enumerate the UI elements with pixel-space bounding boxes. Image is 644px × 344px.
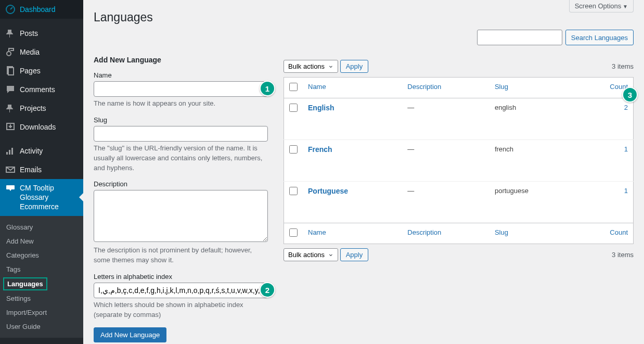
admin-sidebar: Dashboard Posts Media Pages Comments Pro…: [0, 0, 83, 344]
sidebar-label: Projects: [20, 104, 46, 112]
submenu-user-guide[interactable]: User Guide: [0, 320, 83, 334]
slug-help: The "slug" is the URL-friendly version o…: [94, 144, 268, 173]
annotation-badge-1: 1: [260, 81, 275, 96]
row-count-link[interactable]: 1: [624, 145, 628, 153]
name-label: Name: [94, 71, 268, 79]
pin-icon: [5, 103, 16, 113]
form-heading: Add New Language: [94, 56, 268, 64]
svg-rect-9: [6, 185, 15, 189]
bulk-actions-select-bottom[interactable]: Bulk actions: [284, 248, 338, 261]
description-help: The description is not prominent by defa…: [94, 246, 268, 265]
submenu-settings[interactable]: Settings: [0, 291, 83, 305]
row-name-link[interactable]: French: [308, 145, 332, 154]
svg-rect-3: [8, 68, 14, 75]
submenu-glossary[interactable]: Glossary: [0, 220, 83, 234]
row-description: —: [402, 98, 490, 140]
table-row: French — french 1: [284, 140, 634, 182]
apply-button-bottom[interactable]: Apply: [340, 248, 369, 261]
download-icon: [5, 122, 16, 132]
col-name[interactable]: Name: [308, 83, 326, 91]
row-count-link[interactable]: 2: [624, 104, 628, 111]
row-slug: english: [490, 98, 577, 140]
row-checkbox[interactable]: [289, 104, 298, 112]
slug-label: Slug: [94, 116, 268, 124]
items-count-top: 3 items: [612, 62, 634, 70]
submenu-tags[interactable]: Tags: [0, 262, 83, 276]
screen-options-toggle[interactable]: Screen Options: [569, 0, 634, 12]
sidebar-item-dashboard[interactable]: Dashboard: [0, 0, 83, 19]
dashboard-icon: [5, 4, 16, 15]
svg-rect-6: [9, 150, 10, 155]
sidebar-item-projects[interactable]: Projects: [0, 99, 83, 118]
submenu-languages[interactable]: Languages: [3, 277, 47, 290]
sidebar-item-posts[interactable]: Posts: [0, 24, 83, 43]
sidebar-item-emails[interactable]: Emails: [0, 160, 83, 179]
sidebar-label: Emails: [20, 165, 42, 174]
sidebar-item-pages[interactable]: Pages: [0, 61, 83, 80]
row-description: —: [402, 140, 490, 182]
description-label: Description: [94, 180, 268, 188]
submenu-import-export[interactable]: Import/Export: [0, 305, 83, 320]
sidebar-label: Posts: [20, 29, 38, 37]
row-count-link[interactable]: 1: [624, 187, 628, 195]
row-checkbox[interactable]: [289, 145, 298, 154]
col-name-foot[interactable]: Name: [308, 228, 326, 236]
col-description[interactable]: Description: [407, 83, 441, 91]
annotation-badge-3: 3: [622, 87, 638, 103]
search-button[interactable]: Search Languages: [565, 30, 634, 45]
row-name-link[interactable]: Portuguese: [308, 187, 348, 195]
row-slug: french: [490, 140, 577, 182]
col-slug[interactable]: Slug: [495, 83, 508, 91]
media-icon: [5, 47, 16, 57]
name-input[interactable]: [94, 81, 268, 97]
name-help: The name is how it appears on your site.: [94, 99, 268, 109]
tooltip-icon: [5, 183, 16, 194]
items-count-bottom: 3 items: [612, 251, 634, 259]
col-count-foot[interactable]: Count: [610, 228, 628, 236]
submenu-add-new[interactable]: Add New: [0, 234, 83, 248]
languages-table: Name Description Slug Count English — en…: [284, 77, 634, 244]
table-row: Portuguese — portuguese 1: [284, 182, 634, 223]
letters-help: Which letters should be shown in alphabe…: [94, 300, 268, 320]
submenu-categories[interactable]: Categories: [0, 248, 83, 262]
annotation-badge-2: 2: [260, 282, 275, 298]
row-checkbox[interactable]: [289, 187, 298, 195]
slug-input[interactable]: [94, 126, 268, 142]
sidebar-label: Downloads: [20, 123, 56, 131]
col-description-foot[interactable]: Description: [407, 228, 441, 236]
row-slug: portuguese: [490, 182, 577, 223]
bulk-actions-select-top[interactable]: Bulk actions: [284, 60, 338, 73]
sidebar-label: Pages: [20, 67, 41, 75]
submit-button[interactable]: Add New Language: [94, 327, 166, 342]
sidebar-submenu: Glossary Add New Categories Tags Languag…: [0, 216, 83, 338]
row-description: —: [402, 182, 490, 223]
activity-icon: [5, 146, 16, 156]
sidebar-label: Dashboard: [20, 5, 56, 14]
apply-button-top[interactable]: Apply: [340, 60, 369, 73]
page-icon: [5, 66, 16, 76]
sidebar-item-cm-tooltip[interactable]: CM Tooltip Glossary Ecommerce: [0, 179, 83, 216]
select-all-bottom[interactable]: [289, 228, 298, 237]
sidebar-item-media[interactable]: Media: [0, 43, 83, 61]
sidebar-label: Media: [20, 48, 40, 56]
letters-label: Letters in alphabetic index: [94, 273, 268, 281]
select-all-top[interactable]: [289, 83, 298, 91]
svg-rect-5: [6, 152, 8, 155]
search-input[interactable]: [477, 30, 562, 45]
table-row: English — english 2: [284, 98, 634, 140]
description-input[interactable]: [94, 190, 268, 242]
sidebar-label: Activity: [20, 147, 43, 155]
comment-icon: [5, 84, 16, 95]
sidebar-item-downloads[interactable]: Downloads: [0, 118, 83, 136]
row-name-link[interactable]: English: [308, 104, 334, 112]
svg-rect-7: [11, 148, 13, 155]
page-title: Languages: [94, 0, 634, 30]
sidebar-item-activity[interactable]: Activity: [0, 142, 83, 160]
letters-input[interactable]: [94, 283, 268, 298]
col-slug-foot[interactable]: Slug: [495, 228, 508, 236]
sidebar-label: CM Tooltip Glossary Ecommerce: [20, 183, 78, 212]
sidebar-label: Comments: [20, 85, 55, 94]
sidebar-item-comments[interactable]: Comments: [0, 80, 83, 99]
mail-icon: [5, 164, 16, 175]
svg-point-1: [7, 52, 11, 56]
